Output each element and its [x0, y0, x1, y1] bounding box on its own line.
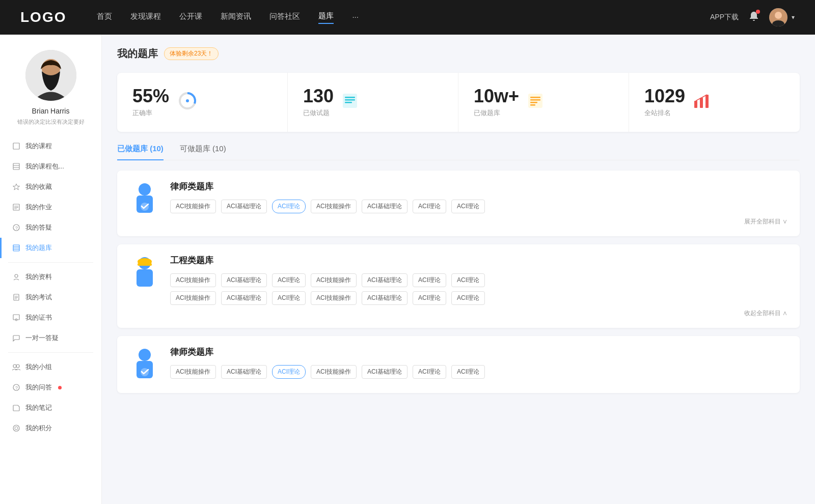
myqa-notification-dot [58, 386, 62, 389]
expand-link-1[interactable]: 展开全部科目 ∨ [170, 217, 787, 226]
tag-1-6[interactable]: ACI理论 [451, 200, 485, 213]
navbar-right: APP下载 ▾ [710, 8, 795, 26]
sidebar-item-mycourse[interactable]: 我的课程 [0, 136, 101, 156]
svg-rect-44 [530, 99, 540, 101]
page-header: 我的题库 体验剩余23天！ [117, 47, 800, 61]
sidebar-item-points[interactable]: 我的积分 [0, 418, 101, 438]
sidebar-item-cert[interactable]: 我的证书 [0, 307, 101, 328]
sidebar-item-coursepack[interactable]: 我的课程包... [0, 156, 101, 177]
nav-news[interactable]: 新闻资讯 [221, 12, 251, 23]
svg-rect-40 [345, 99, 355, 101]
svg-point-50 [139, 183, 151, 195]
svg-rect-7 [13, 163, 19, 170]
lawyer-icon-2 [129, 346, 160, 382]
collapse-link-2[interactable]: 收起全部科目 ∧ [170, 309, 787, 318]
svg-point-29 [16, 365, 19, 368]
tag-3-2[interactable]: ACI理论 [272, 365, 306, 379]
tag-2a-0[interactable]: ACI技能操作 [170, 273, 216, 287]
tag-2b-1[interactable]: ACI基础理论 [221, 291, 267, 305]
qbank-icon [12, 244, 20, 252]
tag-3-5[interactable]: ACI理论 [413, 365, 446, 379]
tag-3-4[interactable]: ACI基础理论 [362, 365, 408, 379]
nav-mooc[interactable]: 公开课 [179, 12, 202, 23]
tag-2b-4[interactable]: ACI基础理论 [362, 291, 408, 305]
svg-rect-45 [530, 102, 537, 103]
star-icon [12, 183, 20, 191]
user-avatar-nav[interactable]: ▾ [769, 8, 795, 26]
nav-qa[interactable]: 问答社区 [269, 12, 300, 23]
sidebar-item-favorites[interactable]: 我的收藏 [0, 177, 101, 197]
engineer-icon [129, 255, 160, 290]
qa-icon: ? [12, 223, 20, 232]
tag-1-2[interactable]: ACI理论 [272, 200, 306, 213]
qbank-section-engineer: 工程类题库 ACI技能操作 ACI基础理论 ACI理论 ACI技能操作 ACI基… [117, 244, 800, 328]
main-content: 我的题库 体验剩余23天！ 55% 正确率 [102, 35, 815, 504]
svg-rect-6 [13, 143, 19, 149]
sidebar-item-homework[interactable]: 我的作业 [0, 197, 101, 217]
group-icon [12, 363, 20, 371]
sidebar-divider-2 [8, 352, 93, 353]
nav-qbank[interactable]: 题库 [318, 11, 334, 24]
nav-discover[interactable]: 发现课程 [130, 12, 161, 23]
tag-1-3[interactable]: ACI技能操作 [311, 200, 357, 213]
tag-2a-1[interactable]: ACI基础理论 [221, 273, 267, 287]
qbank-section-lawyer-1: 律师类题库 ACI技能操作 ACI基础理论 ACI理论 ACI技能操作 ACI基… [117, 171, 800, 236]
tag-1-5[interactable]: ACI理论 [413, 200, 446, 213]
tag-2a-4[interactable]: ACI基础理论 [362, 273, 408, 287]
user-name: Brian Harris [32, 107, 70, 115]
tag-2b-2[interactable]: ACI理论 [272, 291, 306, 305]
tag-2a-5[interactable]: ACI理论 [413, 273, 446, 287]
user-motto: 错误的决定比没有决定要好 [9, 118, 93, 126]
nav-more[interactable]: ··· [352, 12, 359, 23]
tag-1-4[interactable]: ACI基础理论 [362, 200, 408, 213]
sidebar-item-exam[interactable]: 我的考试 [0, 287, 101, 307]
tag-2b-6[interactable]: ACI理论 [451, 291, 485, 305]
tag-1-0[interactable]: ACI技能操作 [170, 200, 216, 213]
sidebar-item-notes[interactable]: 我的笔记 [0, 398, 101, 418]
sidebar-item-group[interactable]: 我的小组 [0, 357, 101, 377]
profile-icon [12, 273, 20, 281]
sidebar-item-profile[interactable]: 我的资料 [0, 267, 101, 287]
svg-rect-38 [343, 94, 357, 108]
cert-icon [12, 314, 20, 322]
tag-2a-6[interactable]: ACI理论 [451, 273, 485, 287]
svg-rect-49 [705, 95, 709, 108]
svg-point-32 [13, 425, 19, 431]
coursepack-icon [12, 162, 20, 171]
tag-2a-2[interactable]: ACI理论 [272, 273, 306, 287]
page-title: 我的题库 [117, 47, 158, 61]
sidebar-item-myqa[interactable]: ? 我的问答 [0, 377, 101, 398]
tab-available[interactable]: 可做题库 (10) [180, 144, 226, 160]
svg-rect-48 [700, 98, 703, 108]
nav-home[interactable]: 首页 [97, 12, 112, 23]
tab-done[interactable]: 已做题库 (10) [117, 144, 164, 160]
app-download-button[interactable]: APP下载 [710, 13, 739, 22]
svg-rect-39 [345, 97, 355, 98]
sidebar-item-1on1[interactable]: 一对一答疑 [0, 328, 101, 348]
tag-3-1[interactable]: ACI基础理论 [221, 365, 267, 379]
tag-3-6[interactable]: ACI理论 [451, 365, 485, 379]
svg-point-28 [13, 365, 16, 368]
svg-text:?: ? [15, 385, 18, 390]
points-icon [12, 424, 20, 432]
lawyer-icon-1 [129, 181, 160, 216]
sidebar-item-qbank[interactable]: 我的题库 [0, 238, 101, 258]
stat-banks-done: 10w+ 已做题库 [458, 73, 629, 132]
svg-rect-47 [694, 101, 697, 108]
tag-row-1: ACI技能操作 ACI基础理论 ACI理论 ACI技能操作 ACI基础理论 AC… [170, 200, 787, 213]
stat-rank: 1029 全站排名 [629, 73, 800, 132]
tag-row-2b: ACI技能操作 ACI基础理论 ACI理论 ACI技能操作 ACI基础理论 AC… [170, 291, 787, 305]
nav-menu: 首页 发现课程 公开课 新闻资讯 问答社区 题库 ··· [97, 11, 710, 24]
tag-2a-3[interactable]: ACI技能操作 [311, 273, 357, 287]
tag-2b-3[interactable]: ACI技能操作 [311, 291, 357, 305]
sidebar-item-qa[interactable]: ? 我的答疑 [0, 217, 101, 238]
tag-2b-0[interactable]: ACI技能操作 [170, 291, 216, 305]
notification-bell[interactable] [749, 11, 759, 24]
nav-chevron: ▾ [792, 14, 795, 21]
tag-1-1[interactable]: ACI基础理论 [221, 200, 267, 213]
banks-done-label: 已做题库 [474, 108, 519, 118]
tag-3-3[interactable]: ACI技能操作 [311, 365, 357, 379]
tag-2b-5[interactable]: ACI理论 [413, 291, 446, 305]
tag-3-0[interactable]: ACI技能操作 [170, 365, 216, 379]
svg-rect-41 [345, 102, 352, 103]
